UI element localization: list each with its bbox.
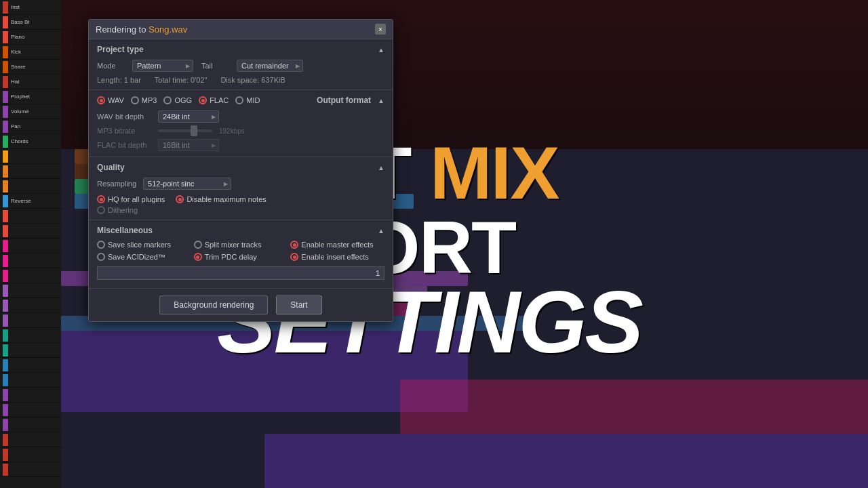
start-button[interactable]: Start (276, 296, 321, 314)
track-1: Inst (0, 0, 61, 15)
track-5: Snare (0, 60, 61, 75)
format-mid[interactable]: MID (235, 96, 260, 104)
track-17 (0, 239, 61, 253)
close-button[interactable]: × (375, 24, 386, 35)
misc-split-mixer[interactable]: Split mixer tracks (194, 241, 288, 249)
track-19 (0, 268, 61, 283)
mp3-bitrate-value: 192kbps (219, 127, 245, 135)
track-20 (0, 283, 61, 298)
mode-dropdown[interactable]: Pattern (132, 60, 193, 72)
track-6: Hat (0, 75, 61, 89)
flac-label: FLAC (210, 96, 229, 104)
track-24 (0, 343, 61, 358)
mode-label: Mode (97, 62, 124, 70)
trim-pdc-radio[interactable] (194, 253, 202, 261)
wav-bit-depth-dropdown[interactable]: 24Bit int (158, 110, 219, 123)
track-14: Reverse (0, 194, 61, 209)
dithering-option[interactable]: Dithering (97, 206, 384, 214)
enable-insert-radio[interactable] (290, 253, 298, 261)
misc-section: Miscellaneous ▲ Save slice markers Split… (89, 220, 393, 289)
mp3-bitrate-label: MP3 bitrate (97, 127, 151, 135)
misc-options-grid: Save slice markers Split mixer tracks En… (97, 241, 384, 261)
track-30 (0, 432, 61, 447)
save-acid-label: Save ACIDized™ (108, 253, 165, 261)
disable-max-label: Disable maximum notes (186, 195, 266, 203)
format-mp3[interactable]: MP3 (131, 96, 157, 104)
output-format-title: Output format (317, 96, 371, 105)
ogg-radio[interactable] (163, 96, 172, 104)
track-15 (0, 209, 61, 224)
misc-save-slice[interactable]: Save slice markers (97, 241, 191, 249)
output-format-section: WAV MP3 OGG FLAC MID Output format ▲ WAV (89, 90, 393, 157)
misc-enable-master[interactable]: Enable master effects (290, 241, 384, 249)
track-4: Kick (0, 45, 61, 60)
tail-label: Tail (201, 62, 229, 70)
hq-option[interactable]: HQ for all plugins (97, 195, 165, 203)
resampling-label: Resampling (97, 180, 136, 188)
mode-row: Mode Pattern Tail Cut remainder (97, 60, 384, 72)
number-input[interactable] (97, 266, 384, 280)
flac-bit-depth-dropdown[interactable]: 16Bit int (158, 139, 219, 151)
enable-master-radio[interactable] (290, 241, 298, 249)
mp3-bitrate-row: MP3 bitrate 192kbps (97, 127, 384, 135)
background-rendering-button[interactable]: Background rendering (159, 296, 268, 314)
misc-save-acid[interactable]: Save ACIDized™ (97, 253, 191, 261)
track-32 (0, 462, 61, 477)
format-row: WAV MP3 OGG FLAC MID Output format ▲ (97, 96, 384, 105)
format-wav[interactable]: WAV (97, 96, 124, 104)
resampling-row: Resampling 512-point sinc (97, 178, 384, 190)
misc-enable-insert[interactable]: Enable insert effects (290, 253, 384, 261)
format-flac[interactable]: FLAC (199, 96, 229, 104)
track-10: Chords (0, 134, 61, 149)
project-type-collapse[interactable]: ▲ (378, 46, 384, 54)
disable-max-radio[interactable] (176, 195, 184, 203)
split-mixer-label: Split mixer tracks (205, 241, 262, 249)
track-3: Piano (0, 30, 61, 45)
track-26 (0, 373, 61, 388)
tail-dropdown[interactable]: Cut remainder (237, 60, 303, 72)
dialog-titlebar: Rendering to Song.wav × (89, 20, 393, 39)
dithering-radio[interactable] (97, 206, 105, 214)
track-18 (0, 253, 61, 268)
project-type-header: Project type ▲ (97, 45, 384, 54)
resampling-dropdown[interactable]: 512-point sinc (143, 178, 231, 190)
track-11 (0, 149, 61, 164)
dialog-footer: Background rendering Start (89, 289, 393, 321)
format-ogg[interactable]: OGG (163, 96, 192, 104)
track-8: Volume (0, 104, 61, 119)
dialog-title: Rendering to Song.wav (96, 24, 187, 35)
flac-radio[interactable] (199, 96, 207, 104)
mp3-radio[interactable] (131, 96, 139, 104)
time-info: Total time: 0'02" (155, 76, 208, 84)
mp3-bitrate-slider[interactable] (158, 129, 212, 132)
mid-radio[interactable] (235, 96, 243, 104)
hq-radio[interactable] (97, 195, 105, 203)
daw-sidebar: Inst Bass Bt Piano Kick Snare Hat Prophe… (0, 0, 61, 488)
flac-bit-depth-label: FLAC bit depth (97, 141, 151, 149)
save-slice-radio[interactable] (97, 241, 105, 249)
split-mixer-radio[interactable] (194, 241, 202, 249)
misc-collapse[interactable]: ▲ (378, 227, 384, 235)
mp3-bitrate-thumb[interactable] (191, 125, 197, 136)
enable-insert-label: Enable insert effects (301, 253, 368, 261)
wav-bit-depth-row: WAV bit depth 24Bit int (97, 110, 384, 123)
disk-info: Disk space: 637KiB (220, 76, 285, 84)
save-acid-radio[interactable] (97, 253, 105, 261)
render-dialog: Rendering to Song.wav × Project type ▲ M… (88, 19, 393, 322)
misc-trim-pdc[interactable]: Trim PDC delay (194, 253, 288, 261)
disable-max-option[interactable]: Disable maximum notes (176, 195, 266, 203)
track-13 (0, 179, 61, 194)
dialog-filename: Song.wav (149, 24, 187, 35)
trim-pdc-label: Trim PDC delay (205, 253, 257, 261)
misc-header: Miscellaneous ▲ (97, 226, 384, 235)
quality-collapse[interactable]: ▲ (378, 164, 384, 171)
output-format-collapse[interactable]: ▲ (378, 97, 384, 104)
hq-label: HQ for all plugins (108, 195, 165, 203)
track-31 (0, 447, 61, 462)
wav-radio[interactable] (97, 96, 105, 104)
save-slice-label: Save slice markers (108, 241, 171, 249)
ogg-label: OGG (174, 96, 192, 104)
track-21 (0, 298, 61, 313)
track-16 (0, 224, 61, 239)
track-23 (0, 328, 61, 343)
